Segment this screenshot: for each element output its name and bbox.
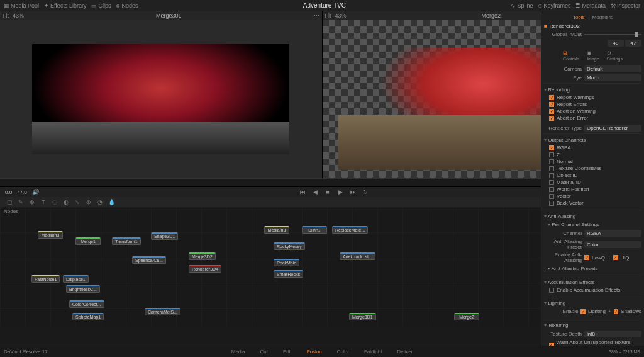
- checkbox[interactable]: [549, 159, 554, 164]
- speaker-icon[interactable]: 🔊: [32, 189, 39, 195]
- tool-transform-icon[interactable]: ⤡: [73, 198, 82, 207]
- spline-button[interactable]: ∿Spline: [511, 3, 533, 9]
- controls-tab-icon[interactable]: ⊞Controls: [563, 50, 579, 62]
- zoom-value[interactable]: 43%: [13, 13, 24, 19]
- node-renderer3d4[interactable]: Renderer3D4: [189, 265, 221, 273]
- tool-paint-icon[interactable]: ✎: [16, 198, 25, 207]
- node-brightnessc[interactable]: BrightnessC...: [66, 285, 100, 293]
- node-merge2[interactable]: Merge2: [454, 313, 479, 320]
- page-tab-fairlight[interactable]: Fairlight: [364, 349, 382, 354]
- accumulation-section[interactable]: Accumulation Effects: [544, 278, 641, 286]
- texturing-section[interactable]: Texturing: [544, 321, 641, 329]
- node-merge1[interactable]: Merge1: [75, 237, 101, 245]
- effects-library-button[interactable]: ✦Effects Library: [44, 3, 86, 9]
- node-rockmain[interactable]: RockMain: [274, 259, 299, 266]
- fit-dropdown[interactable]: Fit: [3, 13, 9, 19]
- node-colorcorrect[interactable]: ColorCorrect...: [69, 300, 104, 308]
- checkbox[interactable]: [549, 173, 554, 178]
- shadows-checkbox[interactable]: [614, 309, 618, 314]
- settings-tab-icon[interactable]: ⚙Settings: [607, 50, 623, 62]
- page-tab-media[interactable]: Media: [231, 349, 245, 354]
- tool-text-icon[interactable]: T: [39, 198, 48, 207]
- node-rockymessy[interactable]: RockyMessy: [274, 242, 305, 250]
- accum-enable-checkbox[interactable]: [549, 288, 554, 293]
- first-frame-button[interactable]: ⏮: [298, 188, 307, 196]
- clips-button[interactable]: ▭Clips: [91, 3, 111, 9]
- tool-background-icon[interactable]: ▢: [5, 198, 14, 207]
- last-frame-button[interactable]: ⏭: [348, 188, 357, 196]
- node-fastnoise1[interactable]: FastNoise1: [31, 275, 60, 283]
- tool-tracker-icon[interactable]: ⊕: [28, 198, 36, 207]
- tool-merge-icon[interactable]: ⊗: [84, 198, 93, 207]
- node-blinn1[interactable]: Blinn1: [302, 226, 327, 234]
- anti-aliasing-section[interactable]: Anti-Aliasing: [544, 212, 641, 220]
- node-anetrockst[interactable]: Anet_rock_st...: [340, 252, 375, 260]
- node-displace1[interactable]: Displace1: [63, 275, 89, 283]
- page-tab-deliver[interactable]: Deliver: [397, 349, 413, 354]
- inspector-tools-tab[interactable]: Tools: [570, 14, 587, 21]
- checkbox[interactable]: [549, 180, 554, 185]
- checkbox[interactable]: [549, 109, 554, 114]
- nodes-button[interactable]: ◈Nodes: [116, 3, 138, 9]
- checkbox[interactable]: [549, 102, 554, 107]
- loop-button[interactable]: ↻: [361, 188, 370, 196]
- page-tab-fusion[interactable]: Fusion: [307, 349, 322, 354]
- inspector-button[interactable]: ⚒Inspector: [611, 3, 640, 9]
- tool-mask-icon[interactable]: ◔: [96, 198, 104, 207]
- global-in-value[interactable]: 48: [608, 40, 624, 47]
- node-smallrocks[interactable]: SmallRocks: [274, 270, 303, 278]
- stop-button[interactable]: ■: [323, 188, 332, 196]
- node-shape3d1[interactable]: Shape3D1: [151, 232, 178, 240]
- checkbox[interactable]: [549, 95, 554, 100]
- lighting-section[interactable]: Lighting: [544, 299, 641, 307]
- checkbox[interactable]: [549, 187, 554, 192]
- out-point[interactable]: 47.0: [17, 190, 27, 195]
- global-out-value[interactable]: 47: [625, 40, 641, 47]
- eye-dropdown[interactable]: Mono: [584, 74, 641, 81]
- node-cameramots[interactable]: CameraMotS...: [145, 308, 180, 315]
- tool-drop-icon[interactable]: 💧: [107, 198, 116, 207]
- node-mediain3[interactable]: MediaIn3: [264, 226, 289, 234]
- media-pool-button[interactable]: ▦Media Pool: [4, 3, 39, 9]
- aa-preset-dropdown[interactable]: Color: [584, 241, 641, 248]
- texture-depth-dropdown[interactable]: int8: [584, 331, 641, 337]
- aa-channel-dropdown[interactable]: RGBA: [584, 230, 641, 237]
- play-reverse-button[interactable]: ◀: [311, 188, 319, 196]
- per-channel-section[interactable]: Per Channel Settings: [544, 220, 641, 229]
- node-spheremap1[interactable]: SphereMap1: [72, 313, 104, 320]
- metadata-button[interactable]: ≣Metadata: [575, 3, 606, 9]
- zoom-value[interactable]: 43%: [335, 13, 347, 19]
- checkbox[interactable]: [549, 152, 554, 157]
- keyframes-button[interactable]: ◇Keyframes: [538, 3, 570, 9]
- viewer-canvas-left[interactable]: [0, 20, 322, 178]
- camera-dropdown[interactable]: Default: [584, 65, 641, 72]
- reporting-section[interactable]: Reporting: [544, 86, 641, 94]
- aa-hiq-checkbox[interactable]: [613, 255, 618, 260]
- node-replacemate[interactable]: ReplaceMate...: [332, 226, 368, 234]
- output-channels-section[interactable]: Output Channels: [544, 136, 641, 144]
- global-inout-slider[interactable]: [584, 34, 641, 35]
- node-merge3d1[interactable]: Merge3D1: [349, 313, 376, 320]
- tool-blur-icon[interactable]: ◌: [50, 198, 59, 207]
- renderer-type-dropdown[interactable]: OpenGL Renderer: [584, 125, 641, 132]
- tool-colorcorr-icon[interactable]: ◐: [62, 198, 70, 207]
- checkbox[interactable]: [549, 201, 554, 206]
- checkbox[interactable]: [549, 166, 554, 171]
- node-name-field[interactable]: Renderer3D2: [550, 23, 580, 29]
- node-transform1[interactable]: Transform1: [112, 237, 141, 245]
- checkbox[interactable]: [549, 116, 554, 121]
- aa-presets-section[interactable]: ▸ Anti-Aliasing Presets: [544, 264, 641, 273]
- page-tab-cut[interactable]: Cut: [260, 349, 268, 354]
- node-mediain3[interactable]: MediaIn3: [38, 231, 63, 239]
- page-tab-color[interactable]: Color: [337, 349, 349, 354]
- fit-dropdown[interactable]: Fit: [325, 13, 331, 19]
- aa-lowq-checkbox[interactable]: [584, 255, 589, 260]
- viewer-options-icon[interactable]: ⋯: [314, 13, 319, 19]
- play-button[interactable]: ▶: [336, 188, 345, 196]
- in-point[interactable]: 0.0: [5, 190, 12, 195]
- page-tab-edit[interactable]: Edit: [283, 349, 292, 354]
- node-merge3d2[interactable]: Merge3D2: [189, 252, 216, 260]
- inspector-modifiers-tab[interactable]: Modifiers: [590, 14, 615, 21]
- image-tab-icon[interactable]: ▣Image: [587, 50, 599, 62]
- node-sphericalca[interactable]: SphericalCa...: [132, 256, 166, 264]
